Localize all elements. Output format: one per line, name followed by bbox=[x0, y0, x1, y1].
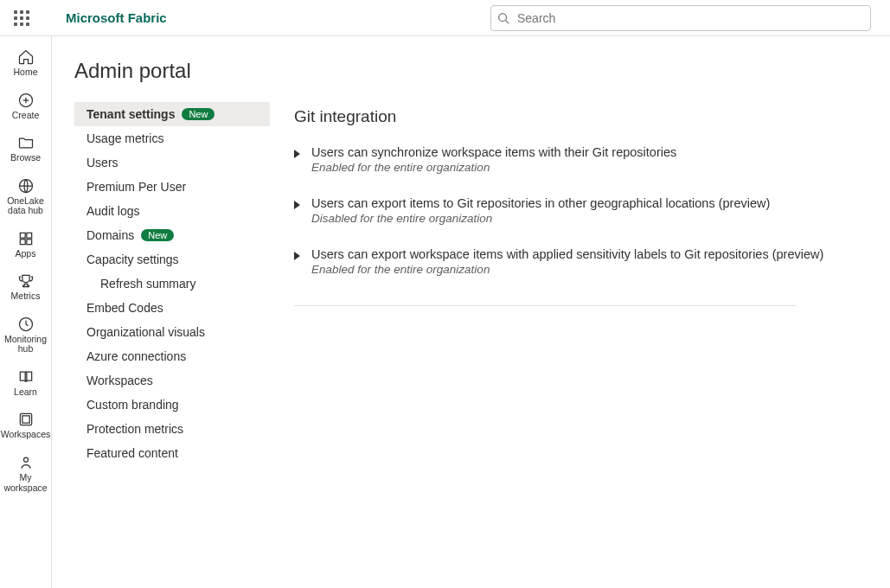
sidenav-label: Azure connections bbox=[86, 349, 186, 363]
expand-icon[interactable] bbox=[294, 252, 300, 260]
section-title: Git integration bbox=[294, 107, 864, 126]
search-icon bbox=[497, 12, 509, 24]
svg-rect-12 bbox=[22, 416, 29, 423]
page-title: Admin portal bbox=[74, 59, 890, 83]
setting-title[interactable]: Users can export items to Git repositori… bbox=[311, 196, 864, 210]
rail-label: Home bbox=[13, 67, 37, 78]
svg-point-0 bbox=[499, 13, 507, 21]
sidenav-domains[interactable]: Domains New bbox=[74, 223, 270, 247]
app-launcher-icon[interactable] bbox=[14, 10, 29, 26]
rail-metrics[interactable]: Metrics bbox=[2, 267, 50, 307]
sidenav-label: Users bbox=[86, 156, 118, 169]
sidenav-label: Domains bbox=[86, 228, 134, 242]
sidenav-label: Workspaces bbox=[86, 374, 153, 387]
svg-rect-8 bbox=[20, 240, 25, 245]
sidenav-label: Organizational visuals bbox=[86, 325, 205, 339]
admin-side-list: Tenant settings New Usage metrics Users … bbox=[74, 102, 270, 465]
rail-label: Metrics bbox=[11, 291, 41, 302]
search-input[interactable] bbox=[490, 5, 871, 31]
setting-title[interactable]: Users can export workspace items with ap… bbox=[311, 247, 864, 261]
rail-label: Learn bbox=[14, 387, 37, 398]
folder-icon bbox=[17, 134, 35, 151]
plus-circle-icon bbox=[17, 92, 35, 109]
search-box bbox=[490, 5, 871, 31]
sidenav-label: Featured content bbox=[86, 446, 178, 460]
svg-rect-6 bbox=[20, 233, 25, 238]
brand-title: Microsoft Fabric bbox=[66, 10, 167, 25]
trophy-icon bbox=[17, 272, 35, 290]
setting-title[interactable]: Users can synchronize workspace items wi… bbox=[311, 145, 864, 159]
rail-label: OneLake data hub bbox=[2, 196, 50, 216]
globe-icon bbox=[17, 177, 35, 195]
setting-row: Users can export items to Git repositori… bbox=[294, 196, 864, 239]
rail-learn[interactable]: Learn bbox=[2, 363, 50, 403]
expand-icon[interactable] bbox=[294, 201, 300, 209]
sidenav-users[interactable]: Users bbox=[74, 150, 270, 175]
expand-icon[interactable] bbox=[294, 150, 300, 158]
sidenav-branding[interactable]: Custom branding bbox=[74, 393, 270, 417]
sidenav-audit-logs[interactable]: Audit logs bbox=[74, 199, 270, 223]
sidenav-refresh-summary[interactable]: Refresh summary bbox=[74, 272, 270, 296]
rail-label: Workspaces bbox=[1, 430, 51, 440]
rail-label: Create bbox=[12, 111, 40, 121]
svg-rect-9 bbox=[26, 240, 31, 245]
rail-label: Browse bbox=[10, 153, 41, 163]
sidenav-label: Usage metrics bbox=[86, 131, 163, 145]
rail-monitoring[interactable]: Monitoring hub bbox=[2, 310, 50, 360]
svg-rect-7 bbox=[26, 233, 31, 238]
rail-label: Monitoring hub bbox=[2, 335, 50, 355]
setting-status: Enabled for the entire organization bbox=[311, 263, 864, 276]
sidenav-azure-conn[interactable]: Azure connections bbox=[74, 344, 270, 368]
settings-panel: Git integration Users can synchronize wo… bbox=[294, 102, 890, 465]
sidenav-label: Premium Per User bbox=[86, 180, 186, 194]
sidenav-featured[interactable]: Featured content bbox=[74, 441, 270, 465]
setting-row: Users can synchronize workspace items wi… bbox=[294, 145, 864, 188]
sidenav-label: Custom branding bbox=[86, 398, 179, 412]
sidenav-label: Refresh summary bbox=[100, 277, 195, 291]
sidenav-label: Audit logs bbox=[86, 204, 139, 218]
svg-point-13 bbox=[23, 457, 28, 462]
sidenav-workspaces[interactable]: Workspaces bbox=[74, 368, 270, 393]
rail-workspaces[interactable]: Workspaces bbox=[2, 406, 50, 445]
rail-onelake[interactable]: OneLake data hub bbox=[2, 172, 50, 221]
divider bbox=[294, 305, 796, 306]
content-area: Admin portal Tenant settings New Usage m… bbox=[52, 36, 890, 588]
sidenav-capacity[interactable]: Capacity settings bbox=[74, 247, 270, 272]
rail-browse[interactable]: Browse bbox=[2, 129, 50, 169]
monitor-icon bbox=[17, 316, 35, 333]
person-icon bbox=[17, 454, 35, 471]
sidenav-premium[interactable]: Premium Per User bbox=[74, 175, 270, 199]
setting-status: Disabled for the entire organization bbox=[311, 212, 864, 225]
sidenav-label: Tenant settings bbox=[86, 107, 175, 121]
setting-status: Enabled for the entire organization bbox=[311, 161, 864, 174]
sidenav-protection[interactable]: Protection metrics bbox=[74, 417, 270, 441]
top-bar: Microsoft Fabric bbox=[0, 0, 890, 36]
home-icon bbox=[17, 48, 35, 66]
sidenav-org-visuals[interactable]: Organizational visuals bbox=[74, 320, 270, 344]
sidenav-label: Embed Codes bbox=[86, 301, 163, 315]
rail-create[interactable]: Create bbox=[2, 86, 50, 126]
rail-home[interactable]: Home bbox=[2, 43, 50, 83]
sidenav-label: Protection metrics bbox=[86, 422, 183, 436]
new-badge: New bbox=[182, 108, 214, 120]
rail-label: Apps bbox=[16, 249, 36, 259]
rail-apps[interactable]: Apps bbox=[2, 225, 50, 265]
setting-row: Users can export workspace items with ap… bbox=[294, 247, 864, 290]
sidenav-embed-codes[interactable]: Embed Codes bbox=[74, 296, 270, 320]
rail-my-workspace[interactable]: My workspace bbox=[2, 449, 50, 498]
workspaces-icon bbox=[17, 411, 35, 428]
admin-side-nav: Tenant settings New Usage metrics Users … bbox=[74, 102, 270, 465]
rail-label: My workspace bbox=[2, 473, 50, 493]
apps-icon bbox=[17, 230, 35, 247]
sidenav-tenant-settings[interactable]: Tenant settings New bbox=[74, 102, 270, 126]
svg-line-1 bbox=[506, 20, 509, 23]
new-badge: New bbox=[141, 229, 174, 241]
left-rail: Home Create Browse OneLake data hub Apps… bbox=[0, 36, 52, 588]
sidenav-usage-metrics[interactable]: Usage metrics bbox=[74, 126, 270, 150]
sidenav-label: Capacity settings bbox=[86, 252, 179, 266]
book-icon bbox=[17, 368, 35, 386]
